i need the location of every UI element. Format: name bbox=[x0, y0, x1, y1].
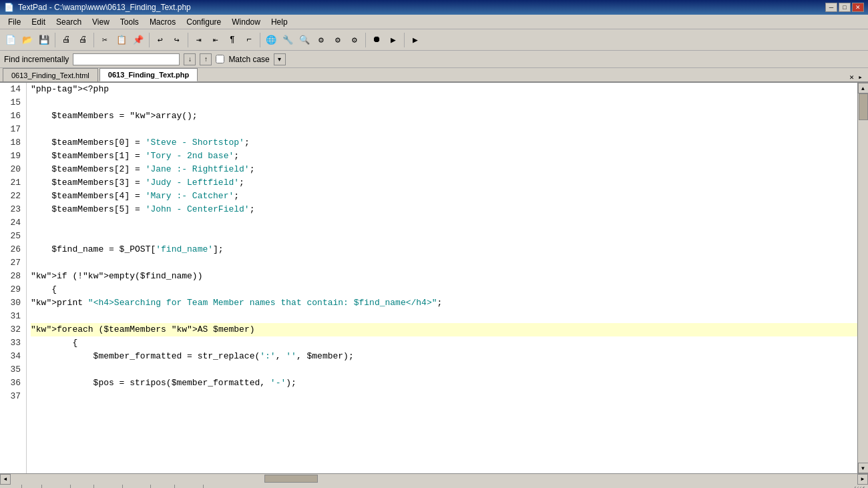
hscroll-thumb[interactable] bbox=[264, 475, 318, 483]
paste-button[interactable]: 📌 bbox=[130, 32, 146, 48]
titlebar-left: 📄 TextPad - C:\wamp\www\0613_Finding_Tex… bbox=[4, 3, 191, 12]
scroll-up-button[interactable]: ▲ bbox=[858, 83, 869, 93]
hscroll-left-button[interactable]: ◄ bbox=[0, 474, 11, 485]
menu-edit[interactable]: Edit bbox=[26, 16, 51, 28]
line-number: 32 bbox=[5, 323, 21, 336]
unindent-button[interactable]: ⇤ bbox=[208, 32, 224, 48]
code-line bbox=[31, 216, 857, 230]
window-title: TextPad - C:\wamp\www\0613_Finding_Text.… bbox=[18, 3, 191, 12]
search-toolbar-button[interactable]: 🔍 bbox=[296, 32, 312, 48]
line-number: 33 bbox=[5, 336, 21, 350]
hscroll-right-button[interactable]: ► bbox=[857, 474, 868, 485]
tab-close-button[interactable]: ✕ ▸ bbox=[847, 73, 865, 81]
line-number: 27 bbox=[5, 256, 21, 270]
menu-view[interactable]: View bbox=[87, 16, 115, 28]
menu-file[interactable]: File bbox=[3, 16, 26, 28]
scroll-down-button[interactable]: ▼ bbox=[858, 463, 869, 473]
sep5 bbox=[260, 33, 260, 47]
tools1-button[interactable]: 🔧 bbox=[280, 32, 296, 48]
menu-help[interactable]: Help bbox=[266, 16, 293, 28]
tools2-button[interactable]: ⚙ bbox=[313, 32, 329, 48]
redo-button[interactable]: ↪ bbox=[169, 32, 185, 48]
line-number: 22 bbox=[5, 190, 21, 203]
open-button[interactable]: 📂 bbox=[19, 32, 35, 48]
undo-button[interactable]: ↩ bbox=[152, 32, 168, 48]
record-button[interactable]: ⏺ bbox=[369, 32, 385, 48]
sep4 bbox=[188, 33, 188, 47]
match-case-label: Match case bbox=[228, 55, 269, 64]
match-case-checkbox[interactable] bbox=[216, 55, 224, 63]
status-caps: Caps bbox=[175, 485, 204, 488]
status-ovr: Ovr bbox=[71, 485, 94, 488]
code-line bbox=[31, 390, 857, 403]
tab-php[interactable]: 0613_Finding_Text.php bbox=[99, 68, 198, 81]
menu-window[interactable]: Window bbox=[226, 16, 266, 28]
indent-button[interactable]: ⇥ bbox=[191, 32, 207, 48]
code-line: $member_formatted = str_replace(':', '',… bbox=[31, 350, 857, 363]
sep7 bbox=[404, 33, 405, 47]
code-line: $teamMembers[2] = 'Jane :- Rightfield'; bbox=[31, 163, 857, 176]
cut-button[interactable]: ✂ bbox=[97, 32, 113, 48]
code-line: "php-tag"><?php bbox=[31, 83, 857, 96]
tools3-button[interactable]: ⚙ bbox=[330, 32, 346, 48]
app-icon: 📄 bbox=[4, 3, 14, 12]
code-line: $find_name = $_POST['find_name']; bbox=[31, 243, 857, 256]
find-input[interactable] bbox=[73, 53, 180, 65]
menu-tools[interactable]: Tools bbox=[115, 16, 144, 28]
titlebar: 📄 TextPad - C:\wamp\www\0613_Finding_Tex… bbox=[0, 0, 868, 15]
status-read: Read bbox=[42, 485, 71, 488]
status-block: Block bbox=[94, 485, 124, 488]
code-line: $teamMembers = "kw">array(); bbox=[31, 109, 857, 123]
status-sync: Sync bbox=[123, 485, 150, 488]
sep2 bbox=[93, 33, 94, 47]
menu-macros[interactable]: Macros bbox=[144, 16, 181, 28]
findbar: Find incrementally ↓ ↑ Match case ▾ bbox=[0, 51, 868, 68]
globe-button[interactable]: 🌐 bbox=[263, 32, 279, 48]
rtl-button[interactable]: ⌐ bbox=[241, 32, 257, 48]
code-line bbox=[31, 363, 857, 377]
tab-html[interactable]: 0613_Finding_Text.html bbox=[3, 68, 98, 81]
horizontal-scrollbar[interactable]: ◄ ► bbox=[0, 473, 868, 484]
play-button[interactable]: ▶ bbox=[385, 32, 401, 48]
scroll-thumb[interactable] bbox=[859, 93, 868, 120]
line-number: 34 bbox=[5, 350, 21, 363]
tools4-button[interactable]: ⚙ bbox=[347, 32, 363, 48]
line-number: 35 bbox=[5, 363, 21, 377]
code-line: $teamMembers[4] = 'Mary :- Catcher'; bbox=[31, 190, 857, 203]
toolbar: 📄 📂 💾 🖨 🖨 ✂ 📋 📌 ↩ ↪ ⇥ ⇤ ¶ ⌐ 🌐 🔧 🔍 ⚙ ⚙ ⚙ … bbox=[0, 29, 868, 51]
code-line bbox=[31, 123, 857, 136]
find-options-button[interactable]: ▾ bbox=[274, 53, 286, 65]
ltr-button[interactable]: ¶ bbox=[224, 32, 240, 48]
find-incrementally-label: Find incrementally bbox=[4, 55, 69, 64]
scroll-track[interactable] bbox=[858, 93, 869, 463]
maximize-button[interactable]: □ bbox=[839, 3, 851, 12]
vertical-scrollbar[interactable]: ▲ ▼ bbox=[857, 83, 868, 473]
save-button[interactable]: 💾 bbox=[36, 32, 52, 48]
close-button[interactable]: ✕ bbox=[852, 3, 864, 12]
menu-configure[interactable]: Configure bbox=[181, 16, 226, 28]
line-number: 23 bbox=[5, 203, 21, 216]
find-up-button[interactable]: ↑ bbox=[200, 53, 212, 65]
new-button[interactable]: 📄 bbox=[3, 32, 19, 48]
minimize-button[interactable]: ─ bbox=[825, 3, 837, 12]
copy-button[interactable]: 📋 bbox=[114, 32, 130, 48]
sep6 bbox=[365, 33, 366, 47]
status-row: 32 bbox=[3, 485, 22, 488]
find-down-button[interactable]: ↓ bbox=[184, 53, 196, 65]
print-button[interactable]: 🖨 bbox=[75, 32, 91, 48]
menu-search[interactable]: Search bbox=[51, 16, 87, 28]
code-line bbox=[31, 310, 857, 323]
more-button[interactable]: ▶ bbox=[407, 32, 423, 48]
code-area[interactable]: "php-tag"><?php $teamMembers = "kw">arra… bbox=[27, 83, 857, 473]
status-col: 42 bbox=[22, 485, 41, 488]
line-numbers: 1415161718192021222324252627282930313233… bbox=[0, 83, 27, 473]
line-number: 14 bbox=[5, 83, 21, 96]
line-number: 25 bbox=[5, 230, 21, 243]
status-rec: Rec bbox=[151, 485, 176, 488]
code-line: "kw">print "<h4>Searching for Team Membe… bbox=[31, 296, 857, 310]
print-preview-button[interactable]: 🖨 bbox=[58, 32, 74, 48]
hscroll-track[interactable] bbox=[11, 474, 857, 485]
line-number: 20 bbox=[5, 163, 21, 176]
sep1 bbox=[55, 33, 55, 47]
code-line: $teamMembers[3] = 'Judy - Leftfield'; bbox=[31, 176, 857, 190]
